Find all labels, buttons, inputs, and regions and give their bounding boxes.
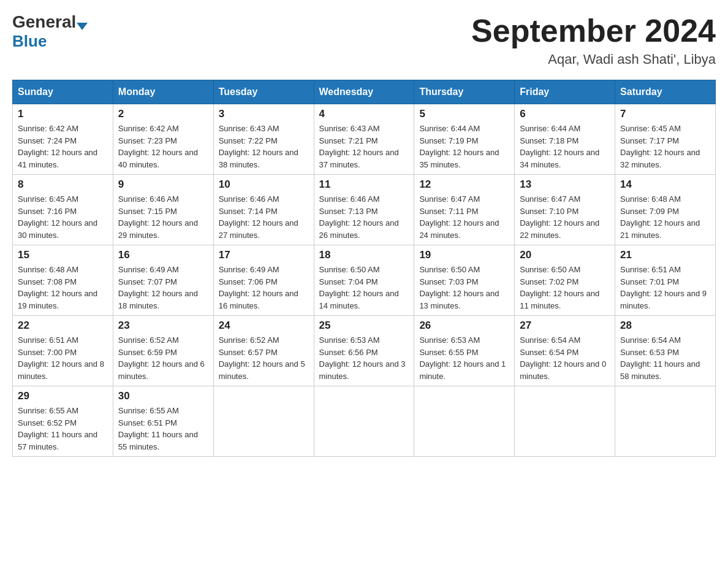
table-row: 4Sunrise: 6:43 AMSunset: 7:21 PMDaylight… [314,104,414,175]
page-header: General Blue September 2024 Aqar, Wadi a… [12,12,716,67]
day-info: Sunrise: 6:48 AMSunset: 7:09 PMDaylight:… [620,193,710,241]
day-info: Sunrise: 6:54 AMSunset: 6:53 PMDaylight:… [620,334,710,382]
table-row: 11Sunrise: 6:46 AMSunset: 7:13 PMDayligh… [314,175,414,245]
day-number: 5 [419,108,509,120]
calendar-week-row: 22Sunrise: 6:51 AMSunset: 7:00 PMDayligh… [13,316,716,386]
day-info: Sunrise: 6:45 AMSunset: 7:17 PMDaylight:… [620,123,710,170]
day-number: 6 [520,108,610,120]
table-row: 19Sunrise: 6:50 AMSunset: 7:03 PMDayligh… [414,245,515,316]
table-row: 10Sunrise: 6:46 AMSunset: 7:14 PMDayligh… [213,175,314,245]
day-number: 1 [18,108,108,120]
day-info: Sunrise: 6:43 AMSunset: 7:22 PMDaylight:… [219,123,309,170]
month-year-title: September 2024 [471,12,716,49]
day-number: 15 [18,249,108,261]
table-row: 27Sunrise: 6:54 AMSunset: 6:54 PMDayligh… [515,316,615,386]
title-area: September 2024 Aqar, Wadi ash Shati', Li… [471,12,716,67]
day-number: 30 [118,390,208,402]
day-number: 3 [219,108,309,120]
calendar-week-row: 1Sunrise: 6:42 AMSunset: 7:24 PMDaylight… [13,104,716,175]
table-row: 12Sunrise: 6:47 AMSunset: 7:11 PMDayligh… [414,175,515,245]
table-row [314,386,414,457]
table-row [213,386,314,457]
day-info: Sunrise: 6:44 AMSunset: 7:18 PMDaylight:… [520,123,610,170]
table-row: 29Sunrise: 6:55 AMSunset: 6:52 PMDayligh… [13,386,113,457]
col-thursday: Thursday [414,80,515,104]
day-info: Sunrise: 6:55 AMSunset: 6:52 PMDaylight:… [18,405,108,453]
day-info: Sunrise: 6:46 AMSunset: 7:15 PMDaylight:… [118,193,208,241]
day-info: Sunrise: 6:55 AMSunset: 6:51 PMDaylight:… [118,405,208,453]
table-row: 14Sunrise: 6:48 AMSunset: 7:09 PMDayligh… [615,175,716,245]
table-row: 1Sunrise: 6:42 AMSunset: 7:24 PMDaylight… [13,104,113,175]
day-number: 27 [520,320,610,332]
table-row: 15Sunrise: 6:48 AMSunset: 7:08 PMDayligh… [13,245,113,316]
day-number: 10 [219,178,309,191]
table-row: 7Sunrise: 6:45 AMSunset: 7:17 PMDaylight… [615,104,716,175]
table-row [515,386,615,457]
table-row: 22Sunrise: 6:51 AMSunset: 7:00 PMDayligh… [13,316,113,386]
day-info: Sunrise: 6:42 AMSunset: 7:23 PMDaylight:… [118,123,208,170]
day-number: 9 [118,178,208,191]
col-monday: Monday [113,80,213,104]
table-row: 5Sunrise: 6:44 AMSunset: 7:19 PMDaylight… [414,104,515,175]
table-row: 16Sunrise: 6:49 AMSunset: 7:07 PMDayligh… [113,245,213,316]
day-number: 13 [520,178,610,191]
table-row: 6Sunrise: 6:44 AMSunset: 7:18 PMDaylight… [515,104,615,175]
col-wednesday: Wednesday [314,80,414,104]
table-row: 3Sunrise: 6:43 AMSunset: 7:22 PMDaylight… [213,104,314,175]
day-info: Sunrise: 6:43 AMSunset: 7:21 PMDaylight:… [319,123,409,170]
day-number: 17 [219,249,309,261]
day-number: 23 [118,320,208,332]
table-row [414,386,515,457]
calendar-week-row: 29Sunrise: 6:55 AMSunset: 6:52 PMDayligh… [13,386,716,457]
logo-general-text: General [12,12,76,32]
day-info: Sunrise: 6:48 AMSunset: 7:08 PMDaylight:… [18,264,108,312]
calendar-header-row: Sunday Monday Tuesday Wednesday Thursday… [13,80,716,104]
location-subtitle: Aqar, Wadi ash Shati', Libya [471,52,716,67]
day-info: Sunrise: 6:50 AMSunset: 7:04 PMDaylight:… [319,264,409,312]
table-row: 13Sunrise: 6:47 AMSunset: 7:10 PMDayligh… [515,175,615,245]
day-number: 24 [219,320,309,332]
day-number: 26 [419,320,509,332]
table-row: 17Sunrise: 6:49 AMSunset: 7:06 PMDayligh… [213,245,314,316]
day-info: Sunrise: 6:45 AMSunset: 7:16 PMDaylight:… [18,193,108,241]
table-row: 9Sunrise: 6:46 AMSunset: 7:15 PMDaylight… [113,175,213,245]
calendar-week-row: 8Sunrise: 6:45 AMSunset: 7:16 PMDaylight… [13,175,716,245]
day-number: 29 [18,390,108,402]
col-tuesday: Tuesday [213,80,314,104]
day-info: Sunrise: 6:51 AMSunset: 7:01 PMDaylight:… [620,264,710,312]
day-info: Sunrise: 6:53 AMSunset: 6:55 PMDaylight:… [419,334,509,382]
day-info: Sunrise: 6:52 AMSunset: 6:59 PMDaylight:… [118,334,208,382]
day-number: 20 [520,249,610,261]
day-number: 8 [18,178,108,191]
table-row: 2Sunrise: 6:42 AMSunset: 7:23 PMDaylight… [113,104,213,175]
logo: General Blue [12,12,88,51]
day-info: Sunrise: 6:46 AMSunset: 7:13 PMDaylight:… [319,193,409,241]
col-saturday: Saturday [615,80,716,104]
table-row: 21Sunrise: 6:51 AMSunset: 7:01 PMDayligh… [615,245,716,316]
day-number: 4 [319,108,409,120]
day-info: Sunrise: 6:50 AMSunset: 7:03 PMDaylight:… [419,264,509,312]
day-info: Sunrise: 6:44 AMSunset: 7:19 PMDaylight:… [419,123,509,170]
day-number: 19 [419,249,509,261]
day-number: 16 [118,249,208,261]
day-number: 14 [620,178,710,191]
day-info: Sunrise: 6:54 AMSunset: 6:54 PMDaylight:… [520,334,610,382]
day-info: Sunrise: 6:47 AMSunset: 7:10 PMDaylight:… [520,193,610,241]
table-row: 24Sunrise: 6:52 AMSunset: 6:57 PMDayligh… [213,316,314,386]
table-row [615,386,716,457]
day-info: Sunrise: 6:50 AMSunset: 7:02 PMDaylight:… [520,264,610,312]
day-number: 12 [419,178,509,191]
day-number: 28 [620,320,710,332]
calendar-week-row: 15Sunrise: 6:48 AMSunset: 7:08 PMDayligh… [13,245,716,316]
col-friday: Friday [515,80,615,104]
day-info: Sunrise: 6:47 AMSunset: 7:11 PMDaylight:… [419,193,509,241]
logo-blue-text: Blue [12,32,47,51]
table-row: 20Sunrise: 6:50 AMSunset: 7:02 PMDayligh… [515,245,615,316]
day-info: Sunrise: 6:51 AMSunset: 7:00 PMDaylight:… [18,334,108,382]
table-row: 8Sunrise: 6:45 AMSunset: 7:16 PMDaylight… [13,175,113,245]
day-info: Sunrise: 6:52 AMSunset: 6:57 PMDaylight:… [219,334,309,382]
day-info: Sunrise: 6:46 AMSunset: 7:14 PMDaylight:… [219,193,309,241]
table-row: 30Sunrise: 6:55 AMSunset: 6:51 PMDayligh… [113,386,213,457]
table-row: 23Sunrise: 6:52 AMSunset: 6:59 PMDayligh… [113,316,213,386]
table-row: 25Sunrise: 6:53 AMSunset: 6:56 PMDayligh… [314,316,414,386]
